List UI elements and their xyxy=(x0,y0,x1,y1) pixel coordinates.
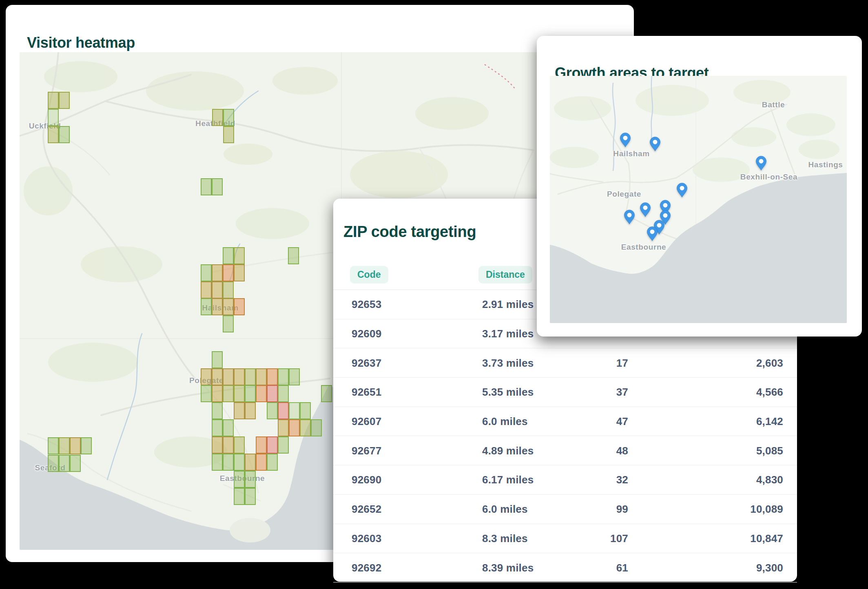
zip-code-cell: 92609 xyxy=(352,328,381,340)
heatmap-cell xyxy=(223,247,234,264)
table-row: 926774.89 miles485,085 xyxy=(333,436,797,465)
zip-code-cell: 92653 xyxy=(352,298,381,311)
heatmap-cell xyxy=(201,264,212,281)
heatmap-cell xyxy=(70,455,81,472)
map-pin-icon[interactable] xyxy=(624,210,636,225)
column-header-distance[interactable]: Distance xyxy=(478,266,532,283)
growth-map-label-bexhill-on-sea: Bexhill-on-Sea xyxy=(740,173,797,182)
table-row: 926515.35 miles374,566 xyxy=(333,378,797,407)
heatmap-cell xyxy=(267,368,278,385)
heatmap-cell xyxy=(212,264,223,281)
heatmap-cell xyxy=(223,385,234,402)
map-pin-icon[interactable] xyxy=(676,183,688,198)
total-cell: 4,830 xyxy=(756,474,783,486)
heatmap-cell xyxy=(234,264,245,281)
heatmap-cell xyxy=(59,455,70,472)
heatmap-cell xyxy=(48,92,59,109)
zip-code-cell: 92607 xyxy=(352,415,381,428)
heatmap-cell xyxy=(223,315,234,332)
heatmap-cell xyxy=(201,178,212,195)
count-cell: 48 xyxy=(616,444,628,457)
zip-code-cell: 92637 xyxy=(352,356,381,369)
heatmap-cell xyxy=(212,436,223,454)
heatmap-cell xyxy=(234,368,245,385)
dashboard: Visitor heatmap xyxy=(0,0,868,589)
distance-cell: 4.89 miles xyxy=(482,444,534,457)
table-row: 926906.17 miles324,830 xyxy=(333,465,797,495)
heatmap-cell xyxy=(245,368,256,385)
growth-areas-map[interactable]: BattleHailshamPolegateEastbourneBexhill-… xyxy=(550,76,847,323)
table-row: 926928.39 miles619,300 xyxy=(333,553,797,582)
table-row: 926373.73 miles172,603 xyxy=(333,348,797,378)
heatmap-cell xyxy=(278,419,289,436)
map-pin-icon[interactable] xyxy=(620,133,631,148)
heatmap-cell xyxy=(256,368,267,385)
distance-cell: 5.35 miles xyxy=(482,386,534,399)
heatmap-cell xyxy=(212,351,223,368)
heatmap-cell xyxy=(59,92,70,109)
heatmap-cell xyxy=(59,126,70,143)
map-pin-icon[interactable] xyxy=(755,156,767,171)
heatmap-cell xyxy=(223,298,234,315)
total-cell: 10,089 xyxy=(750,503,783,516)
distance-cell: 8.3 miles xyxy=(482,532,528,545)
zip-targeting-title: ZIP code targeting xyxy=(343,223,476,241)
growth-map-label-eastbourne: Eastbourne xyxy=(621,243,666,252)
heatmap-cell xyxy=(201,368,212,385)
heatmap-cell xyxy=(245,454,256,471)
heatmap-cell xyxy=(223,109,234,126)
heatmap-cell xyxy=(48,109,59,126)
heatmap-cell xyxy=(212,281,223,299)
heatmap-cell xyxy=(256,385,267,402)
count-cell: 47 xyxy=(616,415,628,428)
column-header-code[interactable]: Code xyxy=(350,266,388,283)
growth-map-label-battle: Battle xyxy=(762,100,785,109)
heatmap-cell xyxy=(234,488,245,505)
map-pin-icon[interactable] xyxy=(649,137,661,152)
distance-cell: 6.0 miles xyxy=(482,503,528,516)
heatmap-cell xyxy=(70,437,81,454)
distance-cell: 8.39 miles xyxy=(482,561,534,574)
table-row: 926038.3 miles10710,847 xyxy=(333,524,797,554)
heatmap-cell xyxy=(288,247,299,264)
heatmap-cell xyxy=(245,385,256,402)
map-pin-icon[interactable] xyxy=(640,202,651,218)
heatmap-cell xyxy=(223,436,234,454)
distance-cell: 3.73 miles xyxy=(482,356,534,369)
heatmap-cell xyxy=(278,436,289,454)
heatmap-cell xyxy=(234,471,245,488)
zip-code-cell: 92651 xyxy=(352,386,381,399)
distance-cell: 2.91 miles xyxy=(482,298,534,311)
heatmap-cell xyxy=(267,385,278,402)
heatmap-cell xyxy=(278,385,289,402)
distance-cell: 6.0 miles xyxy=(482,415,528,428)
heatmap-cell xyxy=(321,385,332,402)
heatmap-cell xyxy=(223,264,234,281)
heatmap-cell xyxy=(212,385,223,402)
heatmap-cell xyxy=(212,402,223,419)
heatmap-cell xyxy=(81,437,92,454)
map-pin-icon[interactable] xyxy=(647,226,658,242)
heatmap-cell xyxy=(212,109,223,126)
heatmap-cell xyxy=(245,488,256,505)
zip-code-cell: 92690 xyxy=(352,474,381,486)
count-cell: 32 xyxy=(616,474,628,486)
count-cell: 107 xyxy=(610,532,628,545)
heatmap-cell xyxy=(212,454,223,471)
total-cell: 4,566 xyxy=(756,386,783,399)
heatmap-cell xyxy=(59,437,70,454)
heatmap-cell xyxy=(267,402,278,419)
table-row: 926076.0 miles476,142 xyxy=(333,407,797,436)
total-cell: 6,142 xyxy=(756,415,783,428)
heatmap-cell xyxy=(256,436,267,454)
total-cell: 9,300 xyxy=(756,561,783,574)
heatmap-cell xyxy=(48,437,59,454)
zip-code-cell: 92603 xyxy=(352,532,381,545)
heatmap-cell xyxy=(223,126,234,143)
heatmap-cell xyxy=(223,419,234,436)
growth-map-terrain xyxy=(550,76,847,323)
heatmap-cell xyxy=(245,402,256,419)
count-cell: 99 xyxy=(616,503,628,516)
growth-areas-card: Growth areas to target xyxy=(537,36,862,337)
heatmap-cell xyxy=(212,368,223,385)
